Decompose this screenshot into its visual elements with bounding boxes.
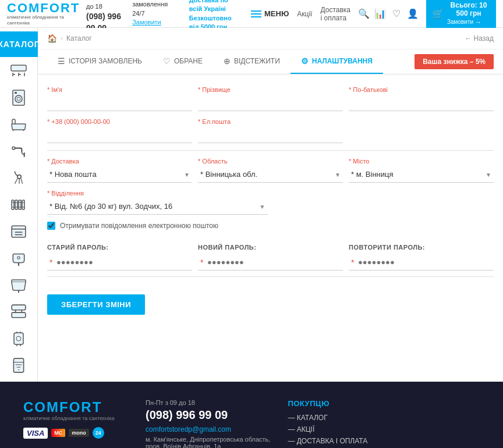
svg-rect-18 [12,200,14,209]
svg-rect-0 [11,65,26,71]
branch-select[interactable]: * Від. №6 (до 30 кг) вул. Зодчих, 16 [47,198,268,215]
faucet-icon [10,143,27,159]
svg-line-17 [21,179,22,184]
footer-address: м. Кам'янське, Дніпропетровська область,… [146,436,270,448]
phone-label: * +38 (000) 000-00-00 [47,118,192,125]
sidebar-item-bathtub[interactable] [3,112,34,137]
last-name-label: * Прізвище [198,86,343,93]
breadcrumb-sep: › [61,34,63,42]
search-icon[interactable]: 🔍 [359,9,369,19]
notification-checkbox[interactable] [47,222,55,230]
phone-input[interactable] [47,127,192,143]
footer-address-link[interactable]: пров. Воїнів Афганців, 1а [146,443,221,448]
promo-link[interactable]: Акції [297,10,312,18]
tab-track[interactable]: ⊕ ВІДСТЕЖИТИ [213,49,291,74]
region-select[interactable]: * Вінницька обл. [198,166,343,183]
breadcrumb-catalog[interactable]: Каталог [66,34,92,42]
last-name-group: * Прізвище [198,86,343,111]
svg-rect-20 [19,200,21,209]
repeat-password-dot-icon: * [351,258,354,267]
logo: COMFORT кліматичне обладнання та сантехн… [7,2,77,26]
sidebar-item-water-heater[interactable] [3,326,34,351]
footer-address-line1: м. Кам'янське, Дніпропетровська область, [146,436,270,443]
branch-group: * Відділення * Від. №6 (до 30 кг) вул. З… [47,190,268,215]
bathtub-icon [10,116,27,133]
sidebar-item-pipes[interactable] [3,299,34,325]
new-password-dot-icon: * [200,258,203,267]
sidebar-item-radiator[interactable] [3,192,34,218]
old-password-wrap: * [47,254,192,271]
wishlist-icon[interactable]: ♡ [391,9,402,19]
chart-icon[interactable]: 📊 [375,9,385,19]
sidebar-item-shower[interactable] [3,165,34,191]
old-password-label: СТАРИЙ ПАРОЛЬ: [47,244,192,251]
sidebar-item-filter[interactable] [3,353,34,378]
sidebar-item-sink-small[interactable] [3,246,34,271]
header-nav: МЕНЮ Акції Доставка і оплата 🔍 📊 ♡ 👤 🛒 В… [251,0,496,30]
tab-history[interactable]: ☰ ІСТОРІЯ ЗАМОВЛЕНЬ [47,49,153,74]
sidebar-item-ac[interactable] [3,58,34,84]
header-icons: 🔍 📊 ♡ 👤 [359,9,418,19]
first-name-input[interactable] [47,95,192,111]
repeat-password-group: ПОВТОРИТИ ПАРОЛЬ: * [349,244,494,271]
footer-delivery-link[interactable]: — ДОСТАВКА І ОПЛАТА [288,437,369,445]
delivery-nav-link[interactable]: Доставка і оплата [320,6,350,22]
svg-rect-19 [15,200,17,209]
email-label: * Ел.пошта [198,118,343,125]
tab-favorites-label: ОБРАНЕ [174,57,203,65]
repeat-password-label: ПОВТОРИТИ ПАРОЛЬ: [349,244,494,251]
footer-top: COMFORT кліматичне обладнання та сантехн… [23,399,480,448]
city-group: * Місто * м. Вінниця ▼ [349,158,494,183]
sidebar-item-washing[interactable] [3,85,34,111]
email-input[interactable] [198,127,343,143]
delivery-service-select[interactable]: * Нова пошта [47,166,192,183]
delivery-service-label: * Доставка [47,158,192,165]
sidebar-item-faucet[interactable] [3,138,34,164]
sink-large-icon [10,277,27,293]
patronymic-group: * По-батькові [349,86,494,111]
old-password-group: СТАРИЙ ПАРОЛЬ: * [47,244,192,271]
old-password-input[interactable] [47,254,192,271]
new-password-label: НОВИЙ ПАРОЛЬ: [198,244,343,251]
account-icon[interactable]: 👤 [408,9,418,19]
cart-info: Всього: 10 500 грн Замовити → [447,1,490,26]
footer-email[interactable]: comfortstoredp@gmail.com [146,425,270,433]
svg-rect-21 [22,200,24,209]
footer-logo-col: COMFORT кліматичне обладнання та сантехн… [23,399,128,448]
footer: COMFORT кліматичне обладнання та сантехн… [0,382,503,448]
city-select[interactable]: * м. Вінниця [349,166,494,183]
footer-catalog-link[interactable]: — КАТАЛОГ [288,414,369,422]
notification-label: Отримувати повідомлення електронною пошт… [60,222,218,230]
delivery-row: * Доставка * Нова пошта ▼ * Область * Ві… [47,158,494,183]
save-button[interactable]: ЗБЕРЕГТИ ЗМІНИ [47,294,145,315]
svg-point-14 [17,175,21,179]
repeat-password-wrap: * [349,254,494,271]
footer-phone: (098) 996 99 09 [146,408,270,422]
new-password-input[interactable] [198,254,343,271]
pw-divider [47,276,494,277]
name-row: * Ім'я * Прізвище * По-батькові [47,86,494,111]
region-group: * Область * Вінницька обл. ▼ [198,158,343,183]
sidebar-item-tools[interactable] [3,219,34,244]
repeat-password-input[interactable] [349,254,494,271]
last-name-input[interactable] [198,95,343,111]
footer-hours: Пн-Пт з 09 до 18 [146,399,270,406]
branch-label: * Відділення [47,190,268,197]
tab-settings[interactable]: ⚙ НАЛАШТУВАННЯ [291,49,383,74]
cart-arrow-icon: → [474,18,481,26]
menu-button[interactable]: МЕНЮ [251,9,289,18]
home-icon[interactable]: 🏠 [47,34,57,43]
back-button[interactable]: ← Назад [465,34,494,42]
history-icon: ☰ [58,56,65,66]
footer-shopping-col: ПОКУПЦЮ — КАТАЛОГ — АКЦІЇ — ДОСТАВКА І О… [288,399,369,448]
svg-line-11 [23,130,24,131]
tab-favorites[interactable]: ♡ ОБРАНЕ [153,49,213,74]
svg-rect-24 [12,226,26,237]
cart-button[interactable]: 🛒 Всього: 10 500 грн Замовити → [426,0,496,30]
branch-row: * Відділення * Від. №6 (до 30 кг) вул. З… [47,190,494,215]
sidebar-item-sink-large[interactable] [3,272,34,298]
patronymic-input[interactable] [349,95,494,111]
contact-row: * +38 (000) 000-00-00 * Ел.пошта [47,118,494,143]
footer-promo-link[interactable]: — АКЦІЇ [288,425,369,433]
filter-icon [10,357,27,374]
